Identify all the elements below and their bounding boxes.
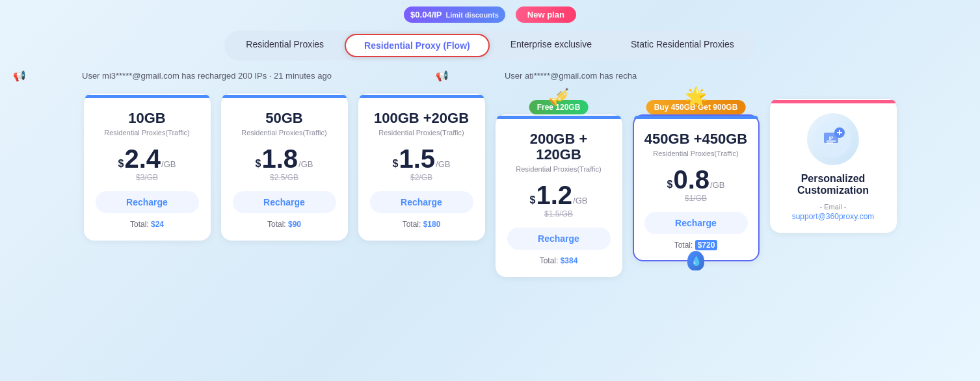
card-top-bar [360,95,484,98]
price-dollar: $ [256,155,261,172]
price-original: $2.5/GB [233,173,336,182]
water-drop-indicator: 💧 [687,251,704,270]
customization-icon-svg: IP [814,120,853,159]
promo-icon: 🎺 [548,87,569,107]
plan-card-10gb: 10GB Residential Proxies(Traffic) $ 2.4 … [84,94,211,241]
card-type: Residential Proxies(Traffic) [233,129,336,137]
card-type: Residential Proxies(Traffic) [507,165,611,173]
tab-residential[interactable]: Residential Proxies [228,34,342,57]
card-gb: 200GB + 120GB [507,131,611,163]
marquee-bar: 📢 User mi3*****@gmail.com has recharged … [13,70,967,82]
price-main: 1.2 [536,182,572,208]
tab-navigation: Residential Proxies Residential Proxy (F… [224,31,755,60]
new-plan-badge: New plan [516,7,576,23]
custom-icon: IP [807,113,859,165]
svg-text:IP: IP [829,136,834,140]
card-total-value: $720 [695,240,718,250]
price-unit: /GB [161,159,176,169]
card-type: Residential Proxies(Traffic) [96,129,199,137]
promo-icon: 🌟 [685,86,708,107]
recharge-button[interactable]: Recharge [96,191,199,213]
card-top-bar [634,116,758,119]
recharge-button[interactable]: Recharge [644,212,748,234]
price-badge: $0.04/IP Limit discounts [404,7,505,23]
card-total: Total: $90 [233,220,336,229]
card-type: Residential Proxies(Traffic) [370,129,473,137]
recharge-button[interactable]: Recharge [370,191,473,213]
price-unit: /GB [298,159,313,169]
limit-text: Limit discounts [446,11,499,19]
card-top-bar [222,95,347,98]
price-original: $2/GB [370,173,473,182]
card-price-row: $ 1.2 /GB [507,182,611,208]
marquee-text-2: User ati*****@gmail.com has recha [505,71,637,81]
card-total-value: $90 [288,220,301,229]
card-price-row: $ 2.4 /GB [96,146,199,172]
card-type: Residential Proxies(Traffic) [644,150,748,157]
price-unit: /GB [573,196,587,205]
card-price-row: $ 1.5 /GB [370,146,473,172]
card-total-value: $384 [561,256,578,265]
price-original: $3/GB [96,173,199,182]
cards-container: 10GB Residential Proxies(Traffic) $ 2.4 … [13,94,967,277]
custom-title: Personalized Customization [797,173,869,196]
marquee-text-1: User mi3*****@gmail.com has recharged 20… [82,71,332,81]
card-total-value: $180 [423,220,441,229]
card-gb: 10GB [96,111,199,126]
speaker-icon: 📢 [13,70,26,82]
card-top-bar [497,116,621,119]
card-top-bar-pink [771,100,895,103]
plan-card-50gb: 50GB Residential Proxies(Traffic) $ 1.8 … [221,94,348,241]
price-dollar: $ [530,192,536,209]
price-dollar: $ [393,155,399,172]
card-total-value: $24 [151,220,164,229]
tab-static[interactable]: Static Residential Proxies [613,34,752,57]
price-value: $0.04/IP [410,10,442,20]
card-total: Total: $180 [370,220,473,229]
plan-card-100gb: 100GB +20GB Residential Proxies(Traffic)… [358,94,485,241]
card-top-bar [85,95,209,98]
price-unit: /GB [710,180,724,190]
custom-card: IP Personalized Customization - Email - … [770,99,897,233]
tab-enterprise[interactable]: Enterprise exclusive [492,34,610,57]
card-total: Total: $384 [507,256,611,265]
custom-email[interactable]: support@360proxy.com [792,212,875,221]
recharge-button[interactable]: Recharge [233,191,336,213]
speaker-icon-2: 📢 [436,70,449,82]
page-wrapper: $0.04/IP Limit discounts New plan Reside… [0,0,980,381]
card-total: Total: $24 [96,220,199,229]
price-main: 0.8 [673,166,709,192]
price-original: $1/GB [644,194,748,203]
badge-row: $0.04/IP Limit discounts New plan [13,7,967,23]
price-main: 1.8 [261,146,298,172]
plan-card-450gb: Buy 450GB Get 900GB 🌟 450GB +450GB Resid… [633,114,760,261]
price-dollar: $ [667,176,673,193]
price-original: $1.5/GB [507,209,611,218]
card-gb: 450GB +450GB [644,131,748,147]
tab-flow[interactable]: Residential Proxy (Flow) [345,34,490,57]
plan-card-200gb: Free 120GB 🎺 200GB + 120GB Residential P… [496,114,622,277]
card-gb: 100GB +20GB [370,111,473,126]
price-unit: /GB [436,159,450,169]
custom-email-label: - Email - [820,203,847,211]
price-main: 1.5 [399,146,435,172]
card-price-row: $ 1.8 /GB [233,146,336,172]
card-gb: 50GB [233,111,336,126]
price-main: 2.4 [124,146,161,172]
recharge-button[interactable]: Recharge [507,228,611,250]
card-total: Total: $720 [644,241,748,250]
card-price-row: $ 0.8 /GB [644,166,748,192]
price-dollar: $ [118,155,124,172]
